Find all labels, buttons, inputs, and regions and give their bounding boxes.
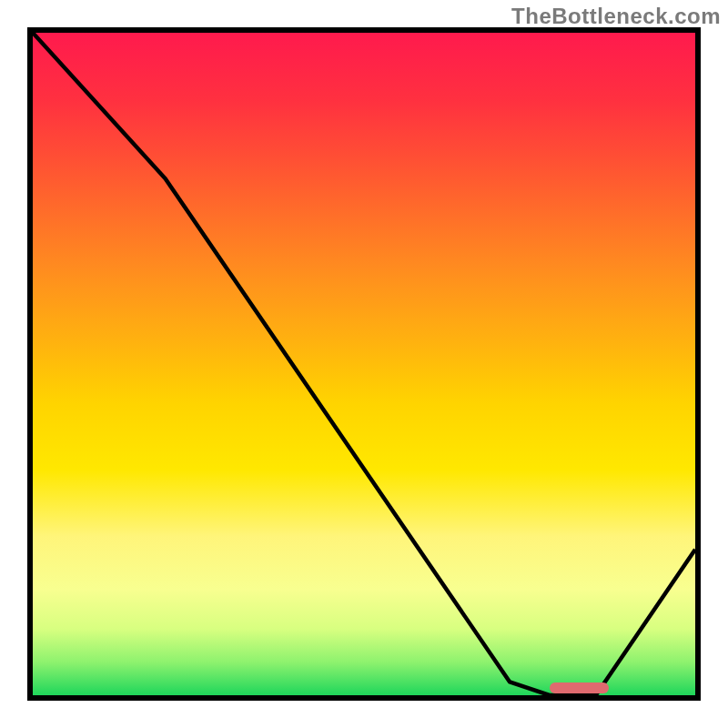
curve-svg [33, 33, 695, 695]
plot-frame [27, 27, 701, 701]
root: TheBottleneck.com [0, 0, 728, 728]
curve-path [33, 33, 695, 695]
watermark-text: TheBottleneck.com [511, 4, 721, 29]
optimum-marker [550, 682, 610, 693]
